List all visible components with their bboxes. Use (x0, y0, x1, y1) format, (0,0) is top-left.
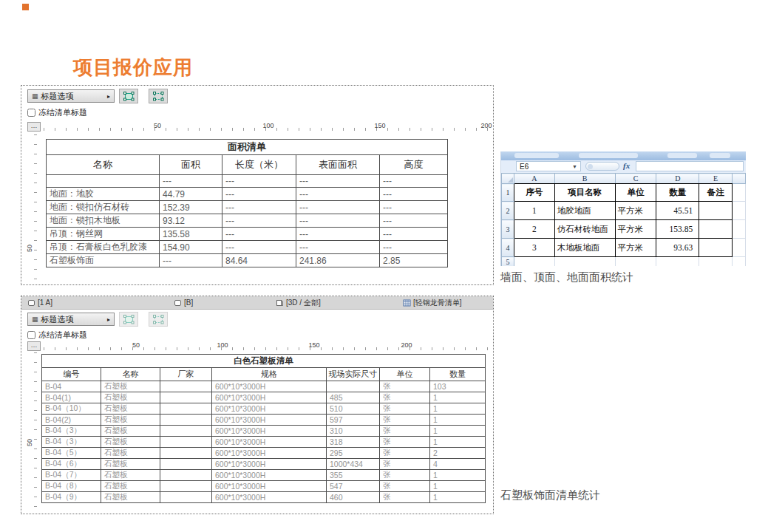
excel-cell[interactable]: 项目名称 (554, 184, 615, 202)
table-cell[interactable]: 135.58 (160, 228, 222, 241)
ruler-corner-button[interactable]: … (27, 122, 41, 132)
table-cell[interactable]: 张 (380, 492, 430, 503)
row-header[interactable]: 5 (502, 257, 514, 267)
excel-cell[interactable] (514, 257, 554, 267)
insert-function-button[interactable]: fx (623, 161, 630, 170)
formula-bar[interactable] (636, 161, 744, 171)
table-cell[interactable]: 2 (430, 448, 486, 459)
table-cell[interactable] (160, 381, 212, 392)
table-cell[interactable]: 1 (430, 392, 486, 403)
table-cell[interactable]: B-04（3） (42, 426, 101, 437)
excel-cell[interactable] (733, 202, 746, 220)
table-cell[interactable]: 张 (380, 403, 430, 415)
table-cell[interactable]: 1000*434 (327, 459, 380, 470)
table-cell[interactable] (160, 448, 212, 459)
excel-cell[interactable]: 序号 (514, 184, 554, 202)
excel-cell[interactable]: 单位 (615, 184, 656, 202)
tab-view-3d[interactable]: [3D / 全部] (276, 297, 321, 308)
table-cell[interactable]: 张 (380, 381, 430, 392)
table-cell[interactable]: 1 (430, 426, 486, 437)
table-cell[interactable]: 吊顶：钢丝网 (47, 228, 160, 241)
name-box-dropdown-icon[interactable]: ▼ (572, 164, 577, 169)
excel-cell[interactable]: 3 (514, 239, 554, 257)
table-cell[interactable]: --- (222, 201, 296, 214)
table-cell[interactable]: 张 (380, 437, 430, 448)
table-cell[interactable]: 460 (327, 492, 380, 503)
table-cell[interactable]: B-04(2) (42, 415, 101, 426)
table-cell[interactable]: 1 (430, 415, 486, 426)
table-cell[interactable]: B-04 (42, 381, 101, 392)
table-cell[interactable]: 4 (430, 459, 486, 470)
table-cell[interactable] (47, 175, 160, 188)
table-cell[interactable]: --- (380, 201, 448, 214)
column-header[interactable]: D (656, 174, 699, 184)
excel-cell[interactable] (699, 220, 733, 239)
table-cell[interactable]: 1 (430, 481, 486, 492)
excel-cell[interactable] (699, 257, 733, 267)
table-cell[interactable]: --- (296, 188, 380, 201)
table-cell[interactable]: 295 (327, 448, 380, 459)
table-cell[interactable] (160, 459, 212, 470)
table-cell[interactable]: B-04（10） (42, 403, 101, 415)
table-cell[interactable]: B-04（7） (42, 470, 101, 481)
table-cell[interactable]: 597 (327, 415, 380, 426)
table-cell[interactable]: B-04(1) (42, 392, 101, 403)
excel-cell[interactable] (615, 257, 656, 267)
excel-cell[interactable]: 备注 (699, 184, 733, 202)
excel-cell[interactable]: 45.51 (656, 202, 699, 220)
excel-cell[interactable]: 地胶地面 (554, 202, 615, 220)
table-cell[interactable]: 地面：地胶 (47, 188, 160, 201)
table-cell[interactable]: --- (380, 241, 448, 254)
table-cell[interactable]: 石塑板 (101, 392, 160, 403)
table-cell[interactable]: 310 (327, 426, 380, 437)
table-cell[interactable]: --- (296, 201, 380, 214)
excel-cell[interactable] (656, 257, 699, 267)
table-cell[interactable]: 600*10*3000H (212, 437, 327, 448)
excel-cell[interactable]: 平方米 (615, 239, 656, 257)
table-cell[interactable]: 103 (430, 381, 486, 392)
table-cell[interactable]: 张 (380, 481, 430, 492)
excel-cell[interactable]: 93.63 (656, 239, 699, 257)
table-cell[interactable]: 吊顶：石膏板白色乳胶漆 (47, 241, 160, 254)
column-header[interactable]: B (554, 174, 615, 184)
column-header[interactable] (733, 174, 746, 184)
table-cell[interactable]: 地面：锁扣木地板 (47, 214, 160, 228)
table-cell[interactable]: --- (222, 188, 296, 201)
column-header[interactable]: C (615, 174, 656, 184)
excel-cell[interactable] (554, 257, 615, 267)
table-cell[interactable]: 600*10*3000H (212, 381, 327, 392)
table-cell[interactable]: 石塑板 (101, 459, 160, 470)
table-cell[interactable]: 1 (430, 492, 486, 503)
row-header[interactable]: 2 (502, 202, 514, 220)
column-header[interactable]: A (514, 174, 554, 184)
excel-cell[interactable] (699, 239, 733, 257)
excel-cell[interactable]: 数量 (656, 184, 699, 202)
table-cell[interactable]: 地面：锁扣仿石材砖 (47, 201, 160, 214)
table-cell[interactable]: B-04（3） (42, 437, 101, 448)
table-cell[interactable]: 张 (380, 470, 430, 481)
tab-view-b[interactable]: [B] (174, 297, 193, 308)
table-cell[interactable]: 152.39 (160, 201, 222, 214)
table-cell[interactable]: 张 (380, 415, 430, 426)
excel-cell[interactable] (733, 220, 746, 239)
excel-cell[interactable]: 仿石材砖地面 (554, 220, 615, 239)
table-cell[interactable]: 600*10*3000H (212, 459, 327, 470)
excel-cell[interactable] (733, 184, 746, 202)
select-region-button[interactable] (149, 312, 168, 327)
table-cell[interactable]: 318 (327, 437, 380, 448)
select-all-corner[interactable] (502, 174, 514, 184)
row-header[interactable]: 1 (502, 184, 514, 202)
table-cell[interactable] (160, 470, 212, 481)
table-cell[interactable]: 485 (327, 392, 380, 403)
table-cell[interactable]: 石塑板饰面 (47, 254, 160, 267)
table-cell[interactable]: --- (380, 214, 448, 228)
table-cell[interactable]: 石塑板 (101, 437, 160, 448)
tab-view-schedule[interactable]: [轻钢龙骨清单] (403, 297, 462, 308)
table-cell[interactable]: 张 (380, 459, 430, 470)
table-cell[interactable]: 张 (380, 392, 430, 403)
table-cell[interactable]: 2.85 (380, 254, 448, 267)
table-cell[interactable]: 241.86 (296, 254, 380, 267)
table-cell[interactable]: B-04（5） (42, 448, 101, 459)
table-cell[interactable]: 石塑板 (101, 492, 160, 503)
freeze-header-checkbox[interactable] (27, 109, 35, 117)
